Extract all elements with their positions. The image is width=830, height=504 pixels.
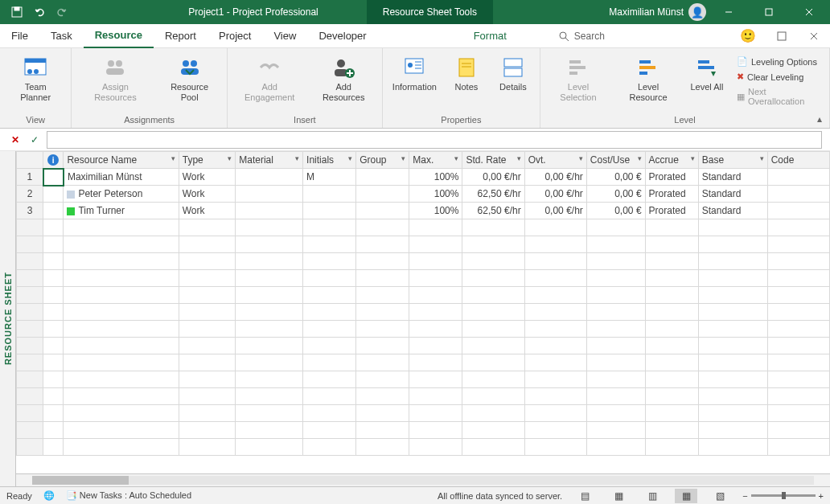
cell-accrue[interactable]: Prorated	[645, 169, 698, 186]
cell-type[interactable]: Work	[179, 169, 236, 186]
select-all-corner[interactable]	[17, 152, 43, 169]
cell-std-rate[interactable]: 0,00 €/hr	[462, 169, 524, 186]
cell-cost-use[interactable]: 0,00 €	[586, 169, 645, 186]
cell-initials[interactable]	[303, 186, 356, 203]
horizontal-scrollbar[interactable]	[16, 473, 830, 486]
indicator-cell[interactable]	[43, 169, 64, 186]
tab-view[interactable]: View	[262, 24, 307, 48]
window-close-button[interactable]	[798, 31, 830, 41]
table-row-empty[interactable]	[17, 388, 830, 405]
col-std-rate[interactable]: Std. Rate▾	[462, 152, 524, 169]
table-row[interactable]: 1Maximilian MünstWorkM100%0,00 €/hr0,00 …	[17, 169, 830, 186]
zoom-slider[interactable]	[751, 494, 816, 497]
details-button[interactable]: Details	[491, 51, 535, 96]
cell-name[interactable]: Tim Turner	[64, 203, 179, 219]
level-all-button[interactable]: Level All	[685, 51, 729, 96]
view-side-tab[interactable]: RESOURCE SHEET	[0, 151, 16, 486]
collapse-ribbon-button[interactable]: ▴	[817, 113, 822, 125]
user-account[interactable]: Maximilian Münst 👤	[609, 3, 706, 21]
view-resource-sheet-icon[interactable]: ▦	[675, 489, 697, 503]
level-resource-button[interactable]: Level Resource	[614, 51, 682, 106]
cell-max[interactable]: 100%	[409, 169, 462, 186]
cell-group[interactable]	[356, 186, 409, 203]
col-group[interactable]: Group▾	[356, 152, 409, 169]
save-button[interactable]	[6, 2, 27, 23]
feedback-smile-icon[interactable]: 🙂	[740, 28, 766, 43]
tab-file[interactable]: File	[0, 24, 39, 48]
cell-max[interactable]: 100%	[409, 186, 462, 203]
cell-accrue[interactable]: Prorated	[645, 203, 698, 219]
table-row-empty[interactable]	[17, 287, 830, 304]
cell-type[interactable]: Work	[179, 186, 236, 203]
table-row-empty[interactable]	[17, 422, 830, 439]
view-team-planner-icon[interactable]: ▥	[641, 489, 664, 503]
table-row-empty[interactable]	[17, 236, 830, 253]
notes-button[interactable]: Notes	[445, 51, 488, 96]
col-resource-name[interactable]: Resource Name▾	[64, 152, 179, 169]
zoom-out-button[interactable]: −	[742, 491, 747, 501]
col-accrue[interactable]: Accrue▾	[645, 152, 698, 169]
cell-base[interactable]: Standard	[698, 169, 767, 186]
resource-pool-button[interactable]: Resource Pool	[157, 51, 221, 106]
row-number[interactable]: 1	[17, 169, 43, 186]
cell-std-rate[interactable]: 62,50 €/hr	[462, 203, 524, 219]
close-button[interactable]	[791, 0, 827, 24]
cell-max[interactable]: 100%	[409, 203, 462, 219]
col-cost-use[interactable]: Cost/Use▾	[586, 152, 645, 169]
status-new-tasks[interactable]: 📑 New Tasks : Auto Scheduled	[66, 490, 191, 501]
indicator-cell[interactable]	[43, 186, 64, 203]
table-row-empty[interactable]	[17, 354, 830, 371]
col-initials[interactable]: Initials▾	[303, 152, 356, 169]
table-row-empty[interactable]	[17, 321, 830, 338]
globe-icon[interactable]: 🌐	[43, 490, 55, 501]
cell-ovt[interactable]: 0,00 €/hr	[524, 169, 586, 186]
zoom-control[interactable]: − +	[742, 491, 824, 501]
tab-report[interactable]: Report	[154, 24, 208, 48]
cancel-entry-button[interactable]: ✕	[8, 134, 23, 145]
table-row-empty[interactable]	[17, 338, 830, 354]
cell-cost-use[interactable]: 0,00 €	[586, 186, 645, 203]
scroll-thumb[interactable]	[32, 476, 129, 485]
col-type[interactable]: Type▾	[179, 152, 236, 169]
cell-cost-use[interactable]: 0,00 €	[586, 203, 645, 219]
view-report-icon[interactable]: ▧	[709, 489, 731, 503]
clear-leveling-button[interactable]: ✖Clear Leveling	[733, 70, 823, 84]
ribbon-display-button[interactable]	[766, 31, 798, 41]
table-row-empty[interactable]	[17, 304, 830, 321]
cell-base[interactable]: Standard	[698, 186, 767, 203]
leveling-options-button[interactable]: 📄Leveling Options	[733, 55, 823, 68]
cell-base[interactable]: Standard	[698, 203, 767, 219]
table-row[interactable]: 2Peter PetersonWork100%62,50 €/hr0,00 €/…	[17, 186, 830, 203]
view-gantt-icon[interactable]: ▤	[573, 489, 596, 503]
entry-input[interactable]	[47, 131, 822, 149]
cell-ovt[interactable]: 0,00 €/hr	[524, 203, 586, 219]
row-number[interactable]: 3	[17, 203, 43, 219]
col-base[interactable]: Base▾	[698, 152, 767, 169]
cell-material[interactable]	[236, 203, 303, 219]
table-row-empty[interactable]	[17, 371, 830, 388]
cell-initials[interactable]: M	[303, 169, 356, 186]
redo-button[interactable]	[51, 2, 72, 23]
maximize-button[interactable]	[751, 0, 787, 24]
cell-name[interactable]: Peter Peterson	[64, 186, 179, 203]
cell-ovt[interactable]: 0,00 €/hr	[524, 186, 586, 203]
tab-developer[interactable]: Developer	[307, 24, 377, 48]
col-code[interactable]: Code	[767, 152, 829, 169]
cell-code[interactable]	[767, 203, 829, 219]
tab-format[interactable]: Format	[462, 24, 518, 48]
team-planner-button[interactable]: Team Planner	[5, 51, 66, 106]
table-row[interactable]: 3Tim TurnerWork100%62,50 €/hr0,00 €/hr0,…	[17, 203, 830, 219]
cell-group[interactable]	[356, 203, 409, 219]
cell-initials[interactable]	[303, 203, 356, 219]
col-max[interactable]: Max.▾	[409, 152, 462, 169]
cell-material[interactable]	[236, 169, 303, 186]
table-row-empty[interactable]	[17, 405, 830, 422]
tab-project[interactable]: Project	[208, 24, 262, 48]
undo-button[interactable]	[29, 2, 50, 23]
col-ovt[interactable]: Ovt.▾	[524, 152, 586, 169]
cell-code[interactable]	[767, 169, 829, 186]
resource-sheet-grid[interactable]: i Resource Name▾ Type▾ Material▾ Initial…	[16, 151, 830, 456]
accept-entry-button[interactable]: ✓	[27, 134, 42, 145]
table-row-empty[interactable]	[17, 439, 830, 456]
cell-group[interactable]	[356, 169, 409, 186]
